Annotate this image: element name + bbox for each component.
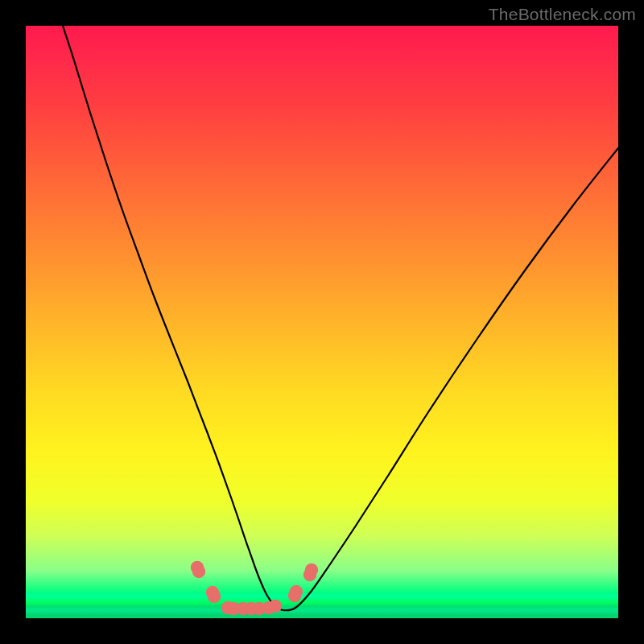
plot-area <box>26 26 618 618</box>
bottom-markers <box>191 561 318 615</box>
marker-dot <box>192 565 205 578</box>
marker-dot <box>305 564 318 576</box>
marker-dot <box>269 600 282 613</box>
marker-dot <box>208 590 221 603</box>
watermark-text: TheBottleneck.com <box>489 5 636 24</box>
bottleneck-curve <box>63 26 618 610</box>
marker-dot <box>290 585 303 598</box>
curve-svg <box>26 26 618 618</box>
chart-container: TheBottleneck.com <box>0 0 644 644</box>
